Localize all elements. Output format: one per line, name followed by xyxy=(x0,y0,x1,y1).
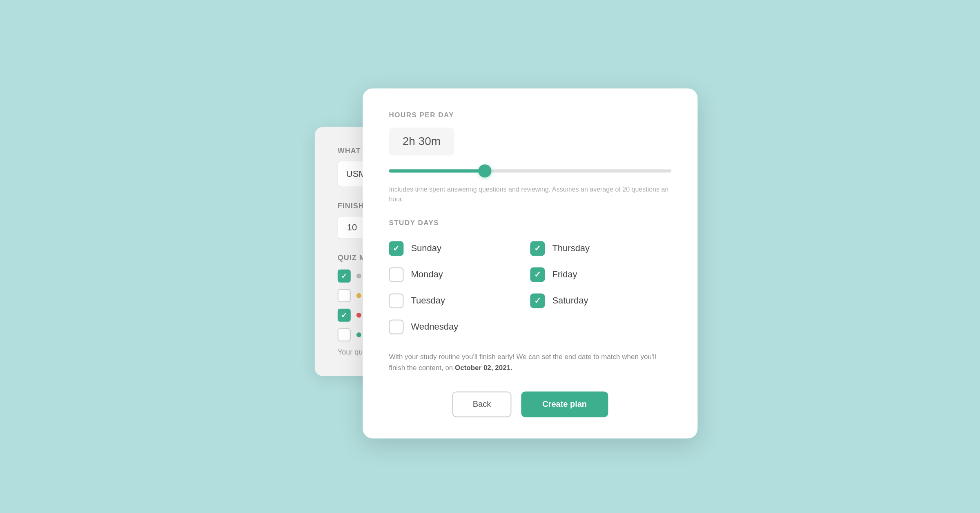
days-right-col: Thursday Friday Saturday xyxy=(530,235,671,340)
create-plan-button[interactable]: Create plan xyxy=(521,392,608,417)
checkbox-wednesday[interactable] xyxy=(389,319,403,334)
day-saturday: Saturday xyxy=(530,288,671,314)
slider-fill xyxy=(389,169,485,172)
finish-message: With your study routine you'll finish ea… xyxy=(389,351,671,373)
checkbox-ans1[interactable] xyxy=(338,289,351,302)
hours-label: HOURS PER DAY xyxy=(389,111,671,119)
day-wednesday: Wednesday xyxy=(389,314,530,340)
finish-date: October 02, 2021. xyxy=(455,364,512,372)
day-tuesday-label: Tuesday xyxy=(411,295,445,306)
hours-slider[interactable] xyxy=(389,165,671,176)
date-month[interactable]: 10 xyxy=(338,216,366,239)
dot-red xyxy=(356,313,361,318)
checkbox-thursday[interactable] xyxy=(530,241,545,256)
slider-track xyxy=(389,169,671,172)
day-saturday-label: Saturday xyxy=(552,295,588,306)
dot-yellow xyxy=(356,293,361,298)
days-left-col: Sunday Monday Tuesday Wednesday xyxy=(389,235,530,340)
day-monday: Monday xyxy=(389,261,530,288)
checkbox-saturday[interactable] xyxy=(530,293,545,308)
hours-value: 2h 30m xyxy=(389,127,454,155)
checkbox-ans3[interactable] xyxy=(338,328,351,341)
slider-thumb[interactable] xyxy=(479,164,492,177)
study-plan-modal: HOURS PER DAY 2h 30m Includes time spent… xyxy=(363,88,697,438)
day-wednesday-label: Wednesday xyxy=(411,321,458,332)
day-friday-label: Friday xyxy=(552,269,577,280)
dot-gray xyxy=(356,274,361,279)
checkbox-friday[interactable] xyxy=(530,267,545,282)
study-days-label: STUDY DAYS xyxy=(389,219,671,227)
checkbox-sunday[interactable] xyxy=(389,241,403,256)
checkbox-tuesday[interactable] xyxy=(389,293,403,308)
back-button[interactable]: Back xyxy=(452,392,511,417)
day-thursday-label: Thursday xyxy=(552,243,590,254)
modal-buttons: Back Create plan xyxy=(389,392,671,417)
days-grid: Sunday Monday Tuesday Wednesday xyxy=(389,235,671,340)
day-friday: Friday xyxy=(530,261,671,288)
slider-hint: Includes time spent answering questions … xyxy=(389,185,671,204)
day-tuesday: Tuesday xyxy=(389,288,530,314)
day-monday-label: Monday xyxy=(411,269,443,280)
checkbox-monday[interactable] xyxy=(389,267,403,282)
day-sunday: Sunday xyxy=(389,235,530,261)
study-days-section: STUDY DAYS Sunday Monday Tuesday xyxy=(389,219,671,340)
checkbox-ans2[interactable] xyxy=(338,309,351,322)
day-sunday-label: Sunday xyxy=(411,243,441,254)
checkbox-not[interactable] xyxy=(338,270,351,283)
dot-green-quiz xyxy=(356,332,361,337)
day-thursday: Thursday xyxy=(530,235,671,261)
finish-message-part1: With your study routine you'll finish ea… xyxy=(389,353,656,372)
